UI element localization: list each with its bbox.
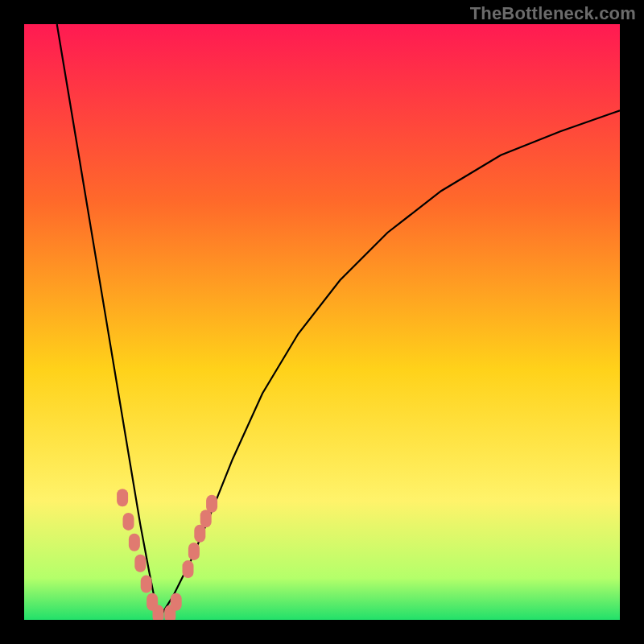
watermark-text: TheBottleneck.com [470,3,636,24]
marker-point [183,560,194,578]
marker-point [200,510,212,527]
marker-point [153,605,164,620]
curve-left-branch [57,24,159,620]
marker-point [134,555,146,572]
marker-point [194,525,205,543]
curve-markers [117,489,217,620]
marker-point [188,543,200,560]
curve-right-branch [159,110,621,620]
marker-point [171,593,182,611]
chart-frame: TheBottleneck.com [0,0,644,644]
marker-point [141,576,152,593]
marker-point [123,513,134,530]
marker-point [129,534,140,551]
marker-point [206,495,217,513]
bottleneck-curve [24,24,620,620]
marker-point [117,489,128,506]
plot-area [24,24,620,620]
